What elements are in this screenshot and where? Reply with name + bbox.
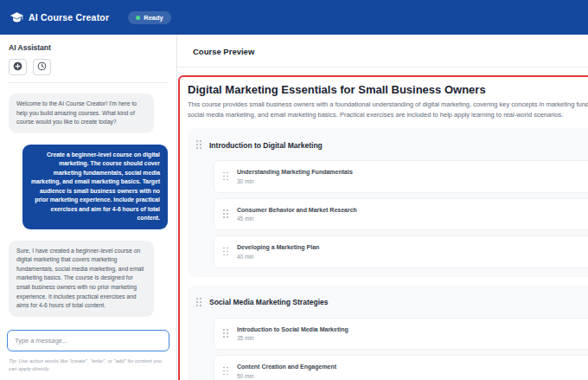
app-brand: AI Course Creator [10,12,109,23]
user-message: Create a beginner-level course on digita… [22,145,168,229]
status-dot-icon [136,16,140,20]
drag-handle-icon[interactable] [196,140,201,150]
assistant-message: Sure, I have created a beginner-level co… [9,241,154,317]
lesson-title: Understanding Marketing Fundamentals [237,169,353,175]
preview-header: Course Preview [177,35,588,68]
status-badge: Ready [128,11,171,24]
course-description: This course provides small business owne… [188,100,588,119]
lesson-title: Content Creation and Engagement [237,364,336,370]
history-button[interactable] [33,59,51,75]
ai-assistant-sidebar: AI Assistant [0,35,177,380]
drag-handle-icon[interactable] [223,329,228,338]
panel-title: Course Preview [193,47,588,56]
lesson-title: Consumer Behavior and Market Research [237,207,357,213]
assistant-message: Welcome to the AI Course Creator! I'm he… [9,93,154,133]
lesson-duration: 50 min [237,373,336,379]
top-header-bar: AI Course Creator Ready [0,0,588,35]
new-chat-button[interactable] [9,59,27,75]
drag-handle-icon[interactable] [196,298,201,307]
chat-message-input[interactable] [7,330,169,351]
lesson-card[interactable]: Developing a Marketing Plan 40 min [214,235,588,268]
module-header[interactable]: Introduction to Digital Marketing [196,137,588,155]
chat-message-list: Welcome to the AI Course Creator! I'm he… [0,83,176,325]
status-label: Ready [144,14,163,22]
drag-handle-icon[interactable] [223,172,228,182]
history-clock-icon [37,61,47,74]
course-title: Digital Marketing Essentials for Small B… [188,83,588,96]
app-window: AI Course Creator Ready AI Assistant [0,0,588,380]
module-title: Social Media Marketing Strategies [209,298,328,306]
lesson-duration: 45 min [237,216,357,222]
lesson-duration: 40 min [237,254,319,260]
module-title: Introduction to Digital Marketing [209,141,323,150]
lesson-title: Introduction to Social Media Marketing [237,326,348,332]
module-header[interactable]: Social Media Marketing Strategies [196,294,588,312]
plus-circle-icon [13,61,22,74]
drag-handle-icon[interactable] [223,209,228,219]
course-preview-panel: Course Preview Digital Marketing Essenti… [177,35,588,380]
lesson-card[interactable]: Introduction to Social Media Marketing 3… [214,318,588,351]
lesson-card[interactable]: Consumer Behavior and Market Research 45… [214,198,588,231]
module-section: Introduction to Digital Marketing Unders… [188,128,588,277]
drag-handle-icon[interactable] [223,248,228,257]
graduation-cap-icon [10,12,23,23]
lesson-duration: 35 min [237,335,348,341]
drag-handle-icon[interactable] [223,367,228,377]
lesson-duration: 30 min [237,178,353,184]
chat-tip-text: Tip: Use action words like "create", "wr… [0,354,176,380]
lesson-title: Developing a Marketing Plan [237,244,319,250]
course-card-highlighted: Digital Marketing Essentials for Small B… [178,75,588,380]
sidebar-title: AI Assistant [9,43,168,52]
chat-toolbar [9,59,168,83]
lesson-card[interactable]: Content Creation and Engagement 50 min [214,355,588,380]
lesson-card[interactable]: Understanding Marketing Fundamentals 30 … [214,160,588,193]
app-title: AI Course Creator [29,12,109,23]
module-section: Social Media Marketing Strategies Introd… [188,286,588,380]
